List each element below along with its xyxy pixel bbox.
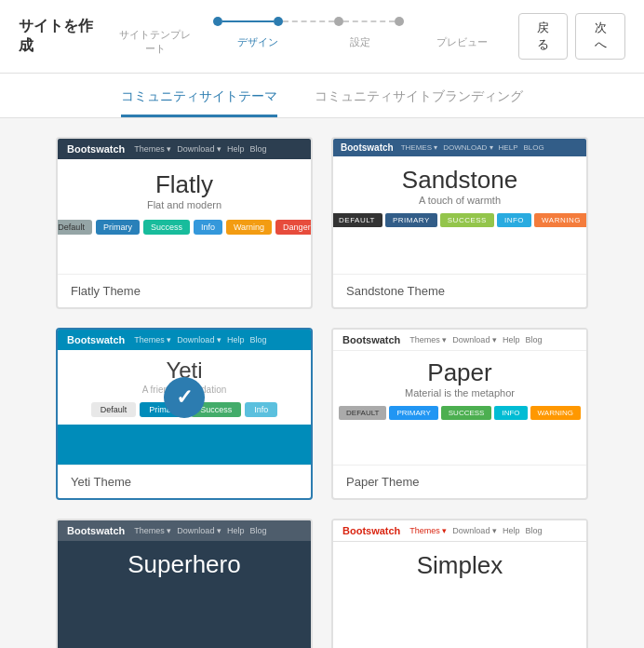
sandstone-link-help: HELP	[499, 143, 518, 152]
flatly-title: Flatly	[73, 170, 296, 199]
paper-title: Paper	[348, 358, 571, 387]
step-label-1: サイトテンプレート	[118, 28, 193, 56]
theme-card-superhero[interactable]: Bootswatch Themes ▾ Download ▾ Help Blog…	[56, 519, 313, 648]
stepper: サイトテンプレート デザイン 設定 プレビュー	[100, 17, 518, 56]
simplex-link-themes: Themes ▾	[409, 526, 447, 535]
sandstone-subtitle: A touch of warmth	[348, 195, 571, 206]
paper-link-themes: Themes ▾	[409, 335, 447, 344]
sandstone-link-download: DOWNLOAD ▾	[443, 143, 492, 152]
flatly-btn-danger: Danger	[275, 220, 311, 235]
paper-link-blog: Blog	[525, 335, 542, 344]
superhero-title: Superhero	[73, 550, 296, 579]
simplex-title: Simplex	[348, 551, 571, 580]
superhero-body: Superhero	[58, 541, 311, 588]
superhero-link-blog: Blog	[249, 526, 266, 535]
sandstone-body: Sandstone A touch of warmth DEFAULT PRIM…	[333, 156, 586, 236]
paper-preview: Bootswatch Themes ▾ Download ▾ Help Blog…	[333, 330, 586, 465]
flatly-btn-success: Success	[143, 220, 190, 235]
yeti-link-help: Help	[227, 335, 245, 344]
flatly-link-download: Download ▾	[177, 144, 221, 154]
paper-link-help: Help	[503, 335, 520, 344]
step-label-4: プレビュー	[425, 35, 500, 49]
page-title: サイトを作成	[19, 17, 100, 56]
step-line-2	[283, 20, 334, 22]
step-label-2: デザイン	[221, 35, 295, 49]
sandstone-navbar: Bootswatch THEMES ▾ DOWNLOAD ▾ HELP BLOG	[333, 139, 586, 156]
sandstone-link-themes: THEMES ▾	[401, 143, 438, 152]
yeti-brand: Bootswatch	[67, 334, 125, 345]
yeti-theme-name: Yeti Theme	[58, 465, 311, 498]
yeti-btn-info: Info	[245, 402, 277, 417]
flatly-body: Flatly Flat and modern Default Primary S…	[58, 159, 311, 246]
paper-navbar: Bootswatch Themes ▾ Download ▾ Help Blog	[333, 330, 586, 351]
flatly-link-blog: Blog	[249, 144, 266, 154]
flatly-btn-warning: Warning	[226, 220, 272, 235]
sandstone-preview: Bootswatch THEMES ▾ DOWNLOAD ▾ HELP BLOG…	[333, 139, 586, 274]
paper-brand: Bootswatch	[342, 334, 400, 345]
theme-card-flatly[interactable]: Bootswatch Themes ▾ Download ▾ Help Blog…	[56, 137, 313, 309]
sandstone-nav-links: THEMES ▾ DOWNLOAD ▾ HELP BLOG	[401, 143, 544, 152]
simplex-brand: Bootswatch	[342, 525, 400, 536]
header-nav: 戻る 次へ	[518, 13, 625, 60]
sandstone-buttons: DEFAULT PRIMARY SUCCESS INFO WARNING	[348, 213, 571, 227]
flatly-btn-primary: Primary	[96, 220, 140, 235]
page-header: サイトを作成 サイトテンプレート デザイン 設定 プレビュー	[0, 0, 644, 74]
superhero-link-download: Download ▾	[177, 526, 221, 535]
flatly-link-help: Help	[227, 144, 245, 154]
superhero-link-help: Help	[227, 526, 245, 535]
flatly-subtitle: Flat and modern	[73, 199, 296, 210]
yeti-btn-default: Default	[91, 402, 137, 417]
flatly-nav-links: Themes ▾ Download ▾ Help Blog	[134, 144, 266, 154]
superhero-brand: Bootswatch	[67, 525, 125, 536]
tab-community-theme[interactable]: コミュニティサイトテーマ	[121, 88, 277, 117]
tabs-section: コミュニティサイトテーマ コミュニティサイトブランディング	[0, 74, 644, 118]
pp-btn-success: SUCCESS	[441, 406, 492, 420]
ss-btn-warning: WARNING	[534, 213, 586, 227]
paper-theme-name: Paper Theme	[333, 465, 586, 498]
flatly-btn-info: Info	[194, 220, 222, 235]
pp-btn-default: DEFAULT	[339, 406, 386, 420]
flatly-btn-default: Default	[58, 220, 92, 235]
simplex-link-blog: Blog	[525, 526, 542, 535]
theme-card-yeti[interactable]: Bootswatch Themes ▾ Download ▾ Help Blog…	[56, 328, 313, 500]
step-dot-1	[213, 17, 222, 26]
simplex-navbar: Bootswatch Themes ▾ Download ▾ Help Blog	[333, 520, 586, 542]
step-dot-2	[274, 17, 283, 26]
paper-nav-links: Themes ▾ Download ▾ Help Blog	[409, 335, 542, 344]
yeti-nav-links: Themes ▾ Download ▾ Help Blog	[134, 335, 266, 344]
ss-btn-info: INFO	[497, 213, 531, 227]
sandstone-brand: Bootswatch	[341, 142, 394, 153]
pp-btn-warning: WARNING	[530, 406, 581, 420]
flatly-theme-name: Flatly Theme	[58, 274, 311, 307]
tabs-container: コミュニティサイトテーマ コミュニティサイトブランディング	[0, 74, 644, 117]
theme-grid: Bootswatch Themes ▾ Download ▾ Help Blog…	[56, 137, 588, 648]
simplex-nav-links: Themes ▾ Download ▾ Help Blog	[409, 526, 542, 535]
tab-community-branding[interactable]: コミュニティサイトブランディング	[315, 88, 523, 117]
flatly-brand: Bootswatch	[67, 143, 125, 155]
simplex-body: Simplex	[333, 542, 586, 589]
step-label-3: 設定	[323, 35, 397, 49]
paper-link-download: Download ▾	[452, 335, 497, 344]
superhero-preview: Bootswatch Themes ▾ Download ▾ Help Blog…	[58, 520, 311, 648]
theme-card-simplex[interactable]: Bootswatch Themes ▾ Download ▾ Help Blog…	[331, 519, 588, 648]
step-line-1	[222, 20, 274, 22]
paper-buttons: DEFAULT PRIMARY SUCCESS INFO WARNING	[348, 406, 571, 420]
yeti-link-themes: Themes ▾	[134, 335, 171, 344]
simplex-preview: Bootswatch Themes ▾ Download ▾ Help Blog…	[333, 520, 586, 648]
simplex-link-help: Help	[503, 526, 520, 535]
theme-card-paper[interactable]: Bootswatch Themes ▾ Download ▾ Help Blog…	[331, 328, 588, 500]
sandstone-theme-name: Sandstone Theme	[333, 274, 586, 307]
main-content: Bootswatch Themes ▾ Download ▾ Help Blog…	[0, 118, 644, 648]
sandstone-title: Sandstone	[348, 166, 571, 195]
flatly-buttons: Default Primary Success Info Warning Dan…	[73, 220, 296, 235]
step-dot-4	[395, 17, 404, 26]
step-line-3	[343, 20, 395, 22]
theme-card-sandstone[interactable]: Bootswatch THEMES ▾ DOWNLOAD ▾ HELP BLOG…	[331, 137, 588, 309]
back-button[interactable]: 戻る	[518, 13, 569, 60]
ss-btn-default: DEFAULT	[333, 213, 382, 227]
paper-subtitle: Material is the metaphor	[348, 387, 571, 398]
yeti-navbar: Bootswatch Themes ▾ Download ▾ Help Blog	[58, 330, 311, 350]
next-button[interactable]: 次へ	[575, 13, 625, 60]
superhero-link-themes: Themes ▾	[134, 526, 171, 535]
flatly-preview: Bootswatch Themes ▾ Download ▾ Help Blog…	[58, 139, 311, 274]
